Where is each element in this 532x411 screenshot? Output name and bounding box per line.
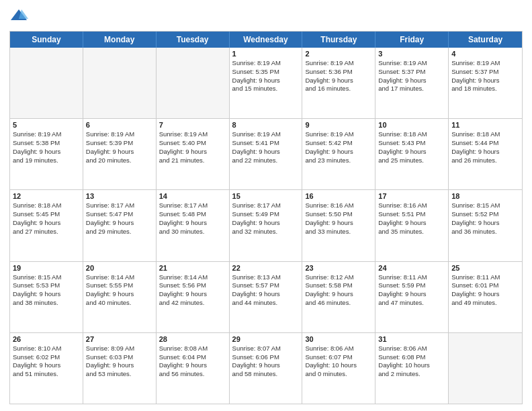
cell-line: Daylight: 9 hours xyxy=(451,290,519,299)
cell-line: Daylight: 9 hours xyxy=(159,361,226,370)
day-number: 1 xyxy=(232,50,300,58)
day-cell: 13Sunrise: 8:17 AMSunset: 5:47 PMDayligh… xyxy=(83,190,157,261)
day-cell: 30Sunrise: 8:06 AMSunset: 6:07 PMDayligh… xyxy=(302,333,375,404)
cell-line: Daylight: 9 hours xyxy=(159,148,226,156)
weekday-header: Tuesday xyxy=(157,32,230,48)
cell-line: and 22 minutes. xyxy=(232,156,300,165)
day-number: 21 xyxy=(159,264,226,272)
cell-line: and 0 minutes. xyxy=(305,370,372,379)
calendar-row: 5Sunrise: 8:19 AMSunset: 5:38 PMDaylight… xyxy=(10,119,522,190)
cell-line: and 27 minutes. xyxy=(13,228,80,236)
cell-line: and 47 minutes. xyxy=(378,299,445,308)
cell-line: Sunset: 5:56 PM xyxy=(159,281,226,290)
cell-line: Sunrise: 8:19 AM xyxy=(232,130,300,139)
cell-line: Sunset: 5:42 PM xyxy=(305,139,372,148)
cell-line: and 17 minutes. xyxy=(378,85,445,93)
cell-line: Sunset: 5:40 PM xyxy=(159,139,226,148)
day-number: 5 xyxy=(13,121,80,129)
day-number: 17 xyxy=(378,192,445,200)
cell-line: and 16 minutes. xyxy=(305,85,372,93)
cell-line: Sunrise: 8:19 AM xyxy=(13,130,80,139)
day-number: 29 xyxy=(232,335,300,343)
cell-line: Sunset: 5:59 PM xyxy=(378,281,445,290)
empty-cell xyxy=(83,48,157,118)
day-cell: 15Sunrise: 8:17 AMSunset: 5:49 PMDayligh… xyxy=(230,190,303,261)
day-cell: 19Sunrise: 8:15 AMSunset: 5:53 PMDayligh… xyxy=(10,262,83,332)
day-number: 4 xyxy=(451,50,519,58)
cell-line: Daylight: 9 hours xyxy=(451,77,519,85)
cell-line: Daylight: 9 hours xyxy=(86,290,153,299)
day-number: 12 xyxy=(13,192,80,200)
day-cell: 26Sunrise: 8:10 AMSunset: 6:02 PMDayligh… xyxy=(10,333,83,404)
cell-line: Daylight: 10 hours xyxy=(378,361,445,370)
cell-line: Sunset: 5:55 PM xyxy=(86,281,153,290)
cell-line: Daylight: 9 hours xyxy=(305,290,372,299)
day-number: 16 xyxy=(305,192,372,200)
cell-line: Sunrise: 8:15 AM xyxy=(451,201,519,210)
header xyxy=(9,7,523,26)
cell-line: Sunrise: 8:17 AM xyxy=(159,201,226,210)
calendar-row: 19Sunrise: 8:15 AMSunset: 5:53 PMDayligh… xyxy=(10,262,522,333)
page: SundayMondayTuesdayWednesdayThursdayFrid… xyxy=(0,0,532,411)
day-cell: 4Sunrise: 8:19 AMSunset: 5:37 PMDaylight… xyxy=(449,48,522,118)
cell-line: Sunrise: 8:13 AM xyxy=(232,273,300,282)
cell-line: Daylight: 9 hours xyxy=(232,77,300,85)
day-cell: 10Sunrise: 8:18 AMSunset: 5:43 PMDayligh… xyxy=(375,119,449,189)
cell-line: Sunset: 5:51 PM xyxy=(378,210,445,219)
day-cell: 16Sunrise: 8:16 AMSunset: 5:50 PMDayligh… xyxy=(302,190,375,261)
cell-line: Daylight: 9 hours xyxy=(86,361,153,370)
cell-line: and 46 minutes. xyxy=(305,299,372,308)
calendar-body: 1Sunrise: 8:19 AMSunset: 5:35 PMDaylight… xyxy=(10,48,522,404)
logo-icon xyxy=(9,7,28,26)
empty-cell xyxy=(10,48,83,118)
cell-line: Sunrise: 8:10 AM xyxy=(13,345,80,353)
day-number: 9 xyxy=(305,121,372,129)
cell-line: and 15 minutes. xyxy=(232,85,300,93)
weekday-header: Saturday xyxy=(449,32,522,48)
cell-line: Daylight: 9 hours xyxy=(378,148,445,156)
day-cell: 17Sunrise: 8:16 AMSunset: 5:51 PMDayligh… xyxy=(375,190,449,261)
cell-line: Sunset: 5:38 PM xyxy=(13,139,80,148)
day-cell: 6Sunrise: 8:19 AMSunset: 5:39 PMDaylight… xyxy=(83,119,157,189)
cell-line: and 26 minutes. xyxy=(451,156,519,165)
cell-line: Daylight: 9 hours xyxy=(13,361,80,370)
cell-line: Daylight: 9 hours xyxy=(451,148,519,156)
cell-line: Sunset: 5:37 PM xyxy=(451,68,519,77)
day-cell: 23Sunrise: 8:12 AMSunset: 5:58 PMDayligh… xyxy=(302,262,375,332)
day-number: 11 xyxy=(451,121,519,129)
cell-line: Sunrise: 8:14 AM xyxy=(86,273,153,282)
cell-line: Sunrise: 8:14 AM xyxy=(159,273,226,282)
cell-line: Sunrise: 8:19 AM xyxy=(378,59,445,68)
cell-line: Sunrise: 8:09 AM xyxy=(86,345,153,353)
cell-line: Sunset: 5:45 PM xyxy=(13,210,80,219)
day-number: 22 xyxy=(232,264,300,272)
cell-line: and 19 minutes. xyxy=(13,156,80,165)
cell-line: Sunrise: 8:11 AM xyxy=(378,273,445,282)
day-number: 30 xyxy=(305,335,372,343)
day-number: 28 xyxy=(159,335,226,343)
cell-line: Sunrise: 8:19 AM xyxy=(305,130,372,139)
day-cell: 31Sunrise: 8:06 AMSunset: 6:08 PMDayligh… xyxy=(375,333,449,404)
day-number: 26 xyxy=(13,335,80,343)
cell-line: Sunset: 6:03 PM xyxy=(86,353,153,362)
cell-line: Sunset: 6:04 PM xyxy=(159,353,226,362)
day-number: 7 xyxy=(159,121,226,129)
day-number: 10 xyxy=(378,121,445,129)
cell-line: Daylight: 9 hours xyxy=(305,77,372,85)
day-cell: 27Sunrise: 8:09 AMSunset: 6:03 PMDayligh… xyxy=(83,333,157,404)
cell-line: Sunset: 5:36 PM xyxy=(305,68,372,77)
calendar-header: SundayMondayTuesdayWednesdayThursdayFrid… xyxy=(10,32,522,48)
day-cell: 11Sunrise: 8:18 AMSunset: 5:44 PMDayligh… xyxy=(449,119,522,189)
day-cell: 24Sunrise: 8:11 AMSunset: 5:59 PMDayligh… xyxy=(375,262,449,332)
day-cell: 21Sunrise: 8:14 AMSunset: 5:56 PMDayligh… xyxy=(157,262,230,332)
cell-line: Sunset: 5:57 PM xyxy=(232,281,300,290)
day-cell: 14Sunrise: 8:17 AMSunset: 5:48 PMDayligh… xyxy=(157,190,230,261)
cell-line: Daylight: 9 hours xyxy=(13,148,80,156)
cell-line: Sunrise: 8:19 AM xyxy=(159,130,226,139)
cell-line: and 49 minutes. xyxy=(451,299,519,308)
cell-line: Sunset: 6:08 PM xyxy=(378,353,445,362)
cell-line: Daylight: 9 hours xyxy=(159,290,226,299)
cell-line: Sunset: 5:58 PM xyxy=(305,281,372,290)
cell-line: Sunset: 5:50 PM xyxy=(305,210,372,219)
cell-line: Sunset: 5:53 PM xyxy=(13,281,80,290)
